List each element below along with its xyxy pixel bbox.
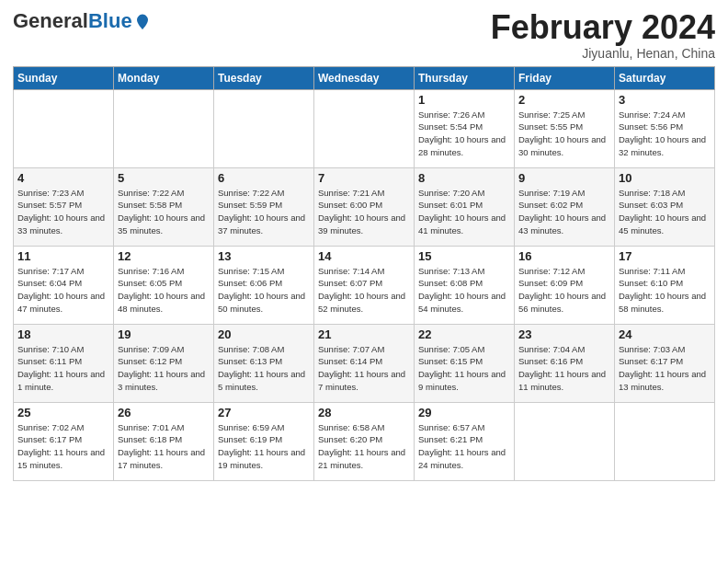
day-cell-1-5: 9Sunrise: 7:19 AM Sunset: 6:02 PM Daylig… <box>515 167 615 246</box>
day-cell-4-4: 29Sunrise: 6:57 AM Sunset: 6:21 PM Dayli… <box>415 402 515 480</box>
day-number: 24 <box>619 327 711 341</box>
day-number: 17 <box>619 249 711 263</box>
day-info: Sunrise: 7:19 AM Sunset: 6:02 PM Dayligh… <box>518 187 610 237</box>
day-cell-4-3: 28Sunrise: 6:58 AM Sunset: 6:20 PM Dayli… <box>314 402 415 480</box>
day-cell-3-5: 23Sunrise: 7:04 AM Sunset: 6:16 PM Dayli… <box>515 324 615 402</box>
day-cell-4-5 <box>515 402 615 480</box>
day-cell-2-2: 13Sunrise: 7:15 AM Sunset: 6:06 PM Dayli… <box>214 246 314 324</box>
day-cell-4-1: 26Sunrise: 7:01 AM Sunset: 6:18 PM Dayli… <box>114 402 214 480</box>
day-number: 16 <box>518 249 610 263</box>
day-info: Sunrise: 7:15 AM Sunset: 6:06 PM Dayligh… <box>218 265 310 316</box>
day-info: Sunrise: 7:12 AM Sunset: 6:09 PM Dayligh… <box>518 265 610 316</box>
day-cell-3-1: 19Sunrise: 7:09 AM Sunset: 6:12 PM Dayli… <box>114 324 214 402</box>
calendar-body: 1Sunrise: 7:26 AM Sunset: 5:54 PM Daylig… <box>14 89 715 480</box>
week-row-4: 25Sunrise: 7:02 AM Sunset: 6:17 PM Dayli… <box>14 402 715 480</box>
week-row-3: 18Sunrise: 7:10 AM Sunset: 6:11 PM Dayli… <box>14 324 715 402</box>
day-number: 18 <box>17 327 109 341</box>
day-cell-1-1: 5Sunrise: 7:22 AM Sunset: 5:58 PM Daylig… <box>114 167 214 246</box>
col-friday: Friday <box>515 66 615 89</box>
day-cell-3-0: 18Sunrise: 7:10 AM Sunset: 6:11 PM Dayli… <box>14 324 114 402</box>
day-info: Sunrise: 7:01 AM Sunset: 6:18 PM Dayligh… <box>118 421 210 472</box>
day-info: Sunrise: 7:04 AM Sunset: 6:16 PM Dayligh… <box>518 343 610 394</box>
col-saturday: Saturday <box>615 66 715 89</box>
day-cell-0-6: 3Sunrise: 7:24 AM Sunset: 5:56 PM Daylig… <box>615 89 715 167</box>
day-number: 6 <box>218 171 310 185</box>
logo: GeneralBlue <box>13 9 151 33</box>
col-wednesday: Wednesday <box>314 66 415 89</box>
day-info: Sunrise: 7:11 AM Sunset: 6:10 PM Dayligh… <box>619 265 711 316</box>
day-cell-0-4: 1Sunrise: 7:26 AM Sunset: 5:54 PM Daylig… <box>415 89 515 167</box>
day-info: Sunrise: 7:20 AM Sunset: 6:01 PM Dayligh… <box>418 187 510 237</box>
day-number: 3 <box>619 93 711 107</box>
col-sunday: Sunday <box>14 66 114 89</box>
day-info: Sunrise: 7:13 AM Sunset: 6:08 PM Dayligh… <box>418 265 510 316</box>
day-number: 23 <box>518 327 610 341</box>
day-number: 12 <box>118 249 210 263</box>
day-cell-0-3 <box>314 89 415 167</box>
day-info: Sunrise: 6:59 AM Sunset: 6:19 PM Dayligh… <box>218 421 310 472</box>
day-info: Sunrise: 7:22 AM Sunset: 5:58 PM Dayligh… <box>118 187 210 237</box>
day-number: 27 <box>218 406 310 419</box>
day-cell-0-2 <box>214 89 314 167</box>
day-number: 14 <box>318 249 410 263</box>
day-info: Sunrise: 7:21 AM Sunset: 6:00 PM Dayligh… <box>318 187 410 237</box>
subtitle: Jiyuanlu, Henan, China <box>491 46 715 61</box>
day-info: Sunrise: 7:22 AM Sunset: 5:59 PM Dayligh… <box>218 187 310 237</box>
title-block: February 2024 Jiyuanlu, Henan, China <box>491 9 715 61</box>
day-info: Sunrise: 7:16 AM Sunset: 6:05 PM Dayligh… <box>118 265 210 316</box>
day-cell-3-6: 24Sunrise: 7:03 AM Sunset: 6:17 PM Dayli… <box>615 324 715 402</box>
day-info: Sunrise: 7:17 AM Sunset: 6:04 PM Dayligh… <box>17 265 109 316</box>
day-number: 26 <box>118 406 210 419</box>
day-number: 9 <box>518 171 610 185</box>
day-number: 21 <box>318 327 410 341</box>
day-number: 10 <box>619 171 711 185</box>
day-cell-4-6 <box>615 402 715 480</box>
day-number: 13 <box>218 249 310 263</box>
day-number: 29 <box>418 406 510 419</box>
logo-icon <box>134 13 151 29</box>
day-info: Sunrise: 7:26 AM Sunset: 5:54 PM Dayligh… <box>418 109 510 159</box>
day-number: 7 <box>318 171 410 185</box>
day-number: 20 <box>218 327 310 341</box>
day-cell-2-6: 17Sunrise: 7:11 AM Sunset: 6:10 PM Dayli… <box>615 246 715 324</box>
day-info: Sunrise: 7:18 AM Sunset: 6:03 PM Dayligh… <box>619 187 711 237</box>
logo-general: General <box>13 9 88 33</box>
day-info: Sunrise: 7:07 AM Sunset: 6:14 PM Dayligh… <box>318 343 410 394</box>
month-title: February 2024 <box>491 9 715 46</box>
day-number: 4 <box>17 171 109 185</box>
day-number: 11 <box>17 249 109 263</box>
day-cell-3-2: 20Sunrise: 7:08 AM Sunset: 6:13 PM Dayli… <box>214 324 314 402</box>
day-cell-2-4: 15Sunrise: 7:13 AM Sunset: 6:08 PM Dayli… <box>415 246 515 324</box>
day-info: Sunrise: 7:09 AM Sunset: 6:12 PM Dayligh… <box>118 343 210 394</box>
day-number: 28 <box>318 406 410 419</box>
day-number: 5 <box>118 171 210 185</box>
week-row-2: 11Sunrise: 7:17 AM Sunset: 6:04 PM Dayli… <box>14 246 715 324</box>
col-tuesday: Tuesday <box>214 66 314 89</box>
day-number: 25 <box>17 406 109 419</box>
day-cell-4-2: 27Sunrise: 6:59 AM Sunset: 6:19 PM Dayli… <box>214 402 314 480</box>
week-row-0: 1Sunrise: 7:26 AM Sunset: 5:54 PM Daylig… <box>14 89 715 167</box>
header: GeneralBlue February 2024 Jiyuanlu, Hena… <box>13 9 715 61</box>
calendar: Sunday Monday Tuesday Wednesday Thursday… <box>13 66 715 481</box>
day-number: 15 <box>418 249 510 263</box>
day-info: Sunrise: 7:08 AM Sunset: 6:13 PM Dayligh… <box>218 343 310 394</box>
day-info: Sunrise: 7:02 AM Sunset: 6:17 PM Dayligh… <box>17 421 109 472</box>
day-info: Sunrise: 7:23 AM Sunset: 5:57 PM Dayligh… <box>17 187 109 237</box>
day-info: Sunrise: 6:58 AM Sunset: 6:20 PM Dayligh… <box>318 421 410 472</box>
day-cell-1-4: 8Sunrise: 7:20 AM Sunset: 6:01 PM Daylig… <box>415 167 515 246</box>
day-info: Sunrise: 7:14 AM Sunset: 6:07 PM Dayligh… <box>318 265 410 316</box>
page-container: GeneralBlue February 2024 Jiyuanlu, Hena… <box>0 0 728 490</box>
day-info: Sunrise: 7:25 AM Sunset: 5:55 PM Dayligh… <box>518 109 610 159</box>
day-cell-4-0: 25Sunrise: 7:02 AM Sunset: 6:17 PM Dayli… <box>14 402 114 480</box>
day-info: Sunrise: 7:10 AM Sunset: 6:11 PM Dayligh… <box>17 343 109 394</box>
day-number: 8 <box>418 171 510 185</box>
day-cell-2-3: 14Sunrise: 7:14 AM Sunset: 6:07 PM Dayli… <box>314 246 415 324</box>
days-of-week-row: Sunday Monday Tuesday Wednesday Thursday… <box>14 66 715 89</box>
day-info: Sunrise: 6:57 AM Sunset: 6:21 PM Dayligh… <box>418 421 510 472</box>
col-thursday: Thursday <box>415 66 515 89</box>
day-number: 19 <box>118 327 210 341</box>
day-number: 2 <box>518 93 610 107</box>
day-cell-2-5: 16Sunrise: 7:12 AM Sunset: 6:09 PM Dayli… <box>515 246 615 324</box>
day-cell-3-4: 22Sunrise: 7:05 AM Sunset: 6:15 PM Dayli… <box>415 324 515 402</box>
day-number: 22 <box>418 327 510 341</box>
